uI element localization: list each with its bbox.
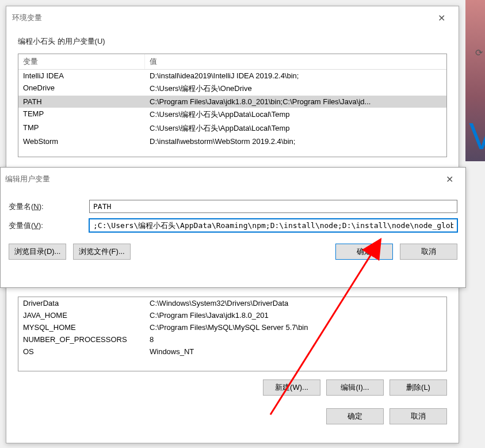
col-value: 值 xyxy=(145,54,446,69)
table-row[interactable]: MYSQL_HOMEC:\Program Files\MySQL\MySQL S… xyxy=(18,321,446,333)
var-value: C:\Program Files\Java\jdk1.8.0_201\bin;C… xyxy=(145,96,446,108)
refresh-icon[interactable]: ⟳ xyxy=(475,47,483,58)
table-row[interactable]: JAVA_HOMEC:\Program Files\Java\jdk1.8.0_… xyxy=(18,309,446,321)
var-name: JAVA_HOME xyxy=(18,309,145,321)
list-header: 变量 值 xyxy=(18,54,446,70)
var-name: WebStorm xyxy=(18,135,145,147)
variable-value-label: 变量值(V): xyxy=(9,221,89,231)
var-value: C:\Users\编程小石头\AppData\Local\Temp xyxy=(145,122,446,135)
titlebar: 环境变量 ✕ xyxy=(6,6,459,29)
var-value: C:\Users\编程小石头\OneDrive xyxy=(145,82,446,96)
edit-user-variable-dialog: 编辑用户变量 ✕ 变量名(N): 变量值(V): 浏览目录(D)... 浏览文件… xyxy=(0,167,466,288)
edit-dialog-titlebar: 编辑用户变量 ✕ xyxy=(1,168,465,191)
cancel-button[interactable]: 取消 xyxy=(389,408,447,424)
close-icon[interactable]: ✕ xyxy=(438,171,461,187)
table-row[interactable]: PATHC:\Program Files\Java\jdk1.8.0_201\b… xyxy=(18,96,446,108)
dialog-buttons-row: 确定 取消 xyxy=(6,404,459,432)
var-value: C:\Program Files\Java\jdk1.8.0_201 xyxy=(145,309,446,321)
variable-value-input[interactable] xyxy=(89,219,457,232)
edit-dialog-title: 编辑用户变量 xyxy=(5,174,50,184)
var-name: TMP xyxy=(18,122,145,135)
table-row[interactable]: WebStormD:\install\webstorm\WebStorm 201… xyxy=(18,135,446,147)
variable-name-label: 变量名(N): xyxy=(9,202,89,212)
variable-name-input[interactable] xyxy=(89,200,457,213)
browse-file-button[interactable]: 浏览文件(F)... xyxy=(73,244,131,260)
system-variables-list[interactable]: DriverDataC:\Windows\System32\Drivers\Dr… xyxy=(18,297,447,371)
system-buttons-row: 新建(W)... 编辑(I)... 删除(L) xyxy=(6,375,459,404)
new-button[interactable]: 新建(W)... xyxy=(263,379,320,396)
window-title: 环境变量 xyxy=(12,13,42,23)
var-name: PATH xyxy=(18,96,145,108)
var-name: DriverData xyxy=(18,297,145,309)
table-row[interactable]: TEMPC:\Users\编程小石头\AppData\Local\Temp xyxy=(18,108,446,122)
var-value: Windows_NT xyxy=(145,346,446,358)
user-variables-label: 编程小石头 的用户变量(U) xyxy=(6,29,459,50)
var-value: D:\install\idea2019\IntelliJ IDEA 2019.2… xyxy=(145,70,446,82)
window-title-fragment: Vi xyxy=(469,115,485,158)
table-row[interactable]: NUMBER_OF_PROCESSORS8 xyxy=(18,333,446,346)
var-name: IntelliJ IDEA xyxy=(18,70,145,82)
var-name: OS xyxy=(18,346,145,358)
ok-button[interactable]: 确定 xyxy=(326,408,384,424)
edit-button[interactable]: 编辑(I)... xyxy=(326,379,384,396)
var-name: NUMBER_OF_PROCESSORS xyxy=(18,333,145,346)
var-name: OneDrive xyxy=(18,82,145,96)
delete-button[interactable]: 删除(L) xyxy=(389,379,447,396)
table-row[interactable]: OneDriveC:\Users\编程小石头\OneDrive xyxy=(18,82,446,96)
user-variables-list[interactable]: 变量 值 IntelliJ IDEAD:\install\idea2019\In… xyxy=(18,54,447,157)
cancel-button[interactable]: 取消 xyxy=(400,244,457,260)
table-row[interactable]: DriverDataC:\Windows\System32\Drivers\Dr… xyxy=(18,297,446,309)
var-value: C:\Windows\System32\Drivers\DriverData xyxy=(145,297,446,309)
close-icon[interactable]: ✕ xyxy=(430,10,453,26)
col-variable: 变量 xyxy=(18,54,145,69)
table-row[interactable]: IntelliJ IDEAD:\install\idea2019\Intelli… xyxy=(18,70,446,82)
table-row[interactable]: OSWindows_NT xyxy=(18,346,446,358)
var-value: 8 xyxy=(145,333,446,346)
var-name: MYSQL_HOME xyxy=(18,321,145,333)
var-value: D:\install\webstorm\WebStorm 2019.2.4\bi… xyxy=(145,135,446,147)
browse-directory-button[interactable]: 浏览目录(D)... xyxy=(9,244,66,260)
var-name: TEMP xyxy=(18,108,145,122)
ok-button[interactable]: 确定 xyxy=(335,244,393,260)
table-row[interactable]: TMPC:\Users\编程小石头\AppData\Local\Temp xyxy=(18,122,446,135)
var-value: C:\Users\编程小石头\AppData\Local\Temp xyxy=(145,108,446,122)
var-value: C:\Program Files\MySQL\MySQL Server 5.7\… xyxy=(145,321,446,333)
